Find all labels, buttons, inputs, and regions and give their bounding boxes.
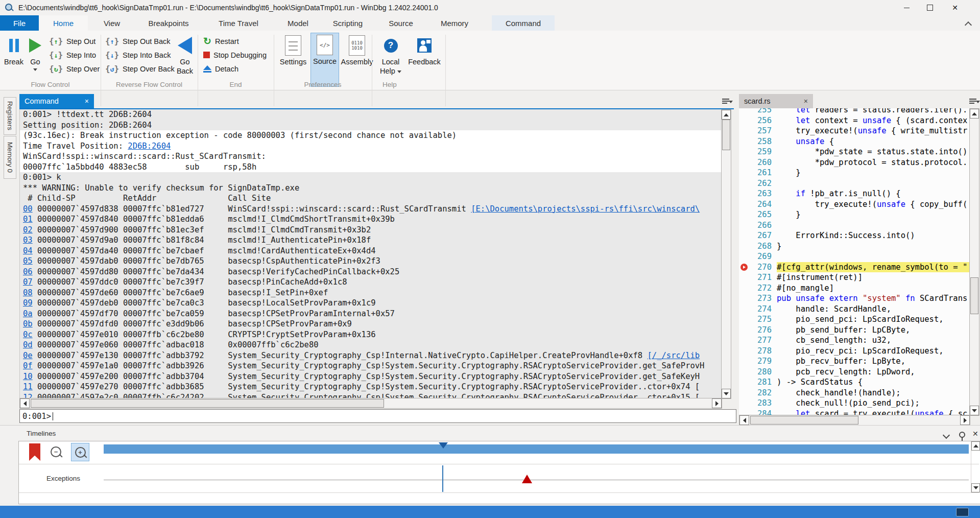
source-horizontal-scrollbar[interactable] (739, 415, 970, 426)
command-link[interactable]: 0f (23, 361, 33, 370)
feedback-button[interactable]: Feedback (407, 34, 442, 66)
minimize-button[interactable] (895, 0, 918, 15)
command-horizontal-scrollbar[interactable] (19, 398, 722, 409)
scrollbar-thumb[interactable] (722, 120, 730, 150)
command-pane-menu-icon[interactable] (722, 98, 729, 107)
source-pane-menu-icon[interactable] (969, 98, 976, 107)
source-pane-tab[interactable]: scard.rs × (739, 94, 813, 108)
scroll-up-button[interactable] (722, 110, 731, 120)
bookmark-icon[interactable] (29, 443, 40, 461)
source-line: 268} (739, 241, 969, 252)
source-line: 277 cb_send_length: u32, (739, 335, 969, 346)
command-link[interactable]: 11 (23, 382, 33, 391)
step-out-back-button[interactable]: {↑}Step Out Back (105, 34, 175, 48)
scroll-up-button[interactable] (970, 109, 979, 119)
command-link[interactable]: 2D6B:2604 (128, 142, 171, 151)
line-number: 279 (749, 356, 777, 367)
scroll-down-button[interactable] (971, 483, 980, 492)
command-link[interactable]: 01 (23, 215, 33, 224)
command-link[interactable]: 12 (23, 393, 33, 398)
scrollbar-thumb[interactable] (970, 277, 978, 314)
restart-button[interactable]: ↻Restart (203, 34, 267, 48)
zoom-out-button[interactable]: − (51, 446, 61, 457)
command-link[interactable]: 06 (23, 267, 33, 276)
source-line: 282 check_handle!(handle); (739, 388, 969, 398)
command-link[interactable]: 0b (23, 319, 33, 328)
command-pane-tab[interactable]: Command × (19, 94, 94, 108)
command-input[interactable]: 0:001> (19, 409, 736, 423)
step-out-button[interactable]: {↑}Step Out (49, 34, 100, 48)
command-link[interactable]: 0d (23, 340, 33, 349)
pin-panel-icon[interactable] (959, 431, 967, 438)
scroll-down-button[interactable] (970, 406, 979, 415)
ribbon-tab-view[interactable]: View (88, 15, 136, 31)
command-link[interactable]: 10 (23, 372, 33, 381)
source-vertical-scrollbar[interactable] (969, 108, 979, 416)
close-pane-icon[interactable]: × (804, 97, 808, 105)
ribbon-tab-source[interactable]: Source (375, 15, 426, 31)
step-over-back-button[interactable]: {↺}Step Over Back (105, 62, 175, 76)
local-help-button[interactable]: ? Local Help (377, 34, 404, 76)
command-link[interactable]: 0c (23, 330, 33, 339)
scroll-left-button[interactable] (20, 398, 30, 408)
exception-marker-icon[interactable] (522, 475, 532, 483)
command-link[interactable]: [E:\Documents\projects\sspi-rs\ffi\src\w… (471, 204, 700, 214)
command-link[interactable]: 00 (23, 204, 33, 214)
scroll-right-button[interactable] (960, 415, 970, 425)
ribbon-tab-model[interactable]: Model (276, 15, 320, 31)
scrollbar-thumb[interactable] (31, 399, 384, 408)
scroll-right-button[interactable] (712, 398, 722, 408)
command-link[interactable]: 07 (23, 277, 33, 287)
ribbon-tab-breakpoints[interactable]: Breakpoints (136, 15, 201, 31)
line-number: 278 (749, 346, 777, 357)
command-line: 03 00000007`4597d9a0 00007ffc`b81f8c84 m… (20, 235, 722, 246)
close-pane-icon[interactable]: × (85, 97, 89, 105)
step-into-back-button[interactable]: {↓}Step Into Back (105, 48, 175, 62)
scroll-left-button[interactable] (739, 415, 749, 425)
detach-button[interactable]: Detach (203, 62, 267, 76)
assembly-mode-button[interactable]: 01101010 Assembly (339, 34, 375, 66)
group-label-reverse-flow-control: Reverse Flow Control (101, 81, 198, 88)
ribbon-tab-home[interactable]: Home (39, 15, 88, 31)
timeline-bar[interactable] (104, 444, 969, 454)
ribbon-tab-time-travel[interactable]: Time Travel (201, 15, 276, 31)
collapse-ribbon-button[interactable] (964, 19, 972, 27)
go-dropdown-icon[interactable] (33, 68, 37, 71)
ribbon-tab-scripting[interactable]: Scripting (320, 15, 375, 31)
go-button[interactable]: Go (25, 34, 46, 71)
timelines-scrollbar[interactable] (971, 441, 979, 492)
command-link[interactable]: 02 (23, 225, 33, 234)
current-position-marker[interactable] (439, 442, 448, 449)
command-link[interactable]: 0a (23, 309, 33, 318)
command-link[interactable]: 0e (23, 351, 33, 360)
ribbon-tab-memory[interactable]: Memory (426, 15, 483, 31)
zoom-in-button[interactable]: + (71, 443, 89, 461)
ribbon-tab-file[interactable]: File (0, 15, 39, 31)
command-link[interactable]: 05 (23, 256, 33, 266)
command-link[interactable]: 04 (23, 246, 33, 255)
settings-button[interactable]: Settings (277, 34, 309, 66)
scrollbar-thumb[interactable] (750, 416, 858, 425)
command-link[interactable]: 09 (23, 298, 33, 308)
command-link[interactable]: [/_/src/lib (647, 351, 700, 360)
scroll-down-button[interactable] (722, 389, 731, 398)
source-mode-button[interactable]: </> Source (310, 33, 339, 87)
scroll-up-button[interactable] (971, 441, 980, 451)
status-indicator-icon[interactable] (956, 508, 969, 516)
go-back-button[interactable]: Go Back (173, 34, 197, 76)
command-vertical-scrollbar[interactable] (721, 109, 731, 399)
step-over-button[interactable]: {↻}Step Over (49, 62, 100, 76)
command-link[interactable]: 08 (23, 288, 33, 297)
step-into-button[interactable]: {↓}Step Into (49, 48, 100, 62)
close-button[interactable]: ✕ (942, 0, 968, 15)
stop-debugging-button[interactable]: Stop Debugging (203, 48, 267, 62)
command-link[interactable]: 03 (23, 236, 33, 245)
collapse-panel-icon[interactable] (944, 431, 952, 438)
sidebar-tab-memory-0[interactable]: Memory 0 (4, 136, 16, 179)
close-panel-icon[interactable]: ✕ (972, 429, 980, 436)
maximize-button[interactable] (918, 0, 942, 15)
sidebar-tab-registers[interactable]: Registers (4, 97, 16, 135)
ribbon-tab-command[interactable]: Command (492, 15, 555, 31)
break-button[interactable]: Break (3, 34, 25, 66)
breakpoint-icon[interactable] (740, 264, 748, 271)
